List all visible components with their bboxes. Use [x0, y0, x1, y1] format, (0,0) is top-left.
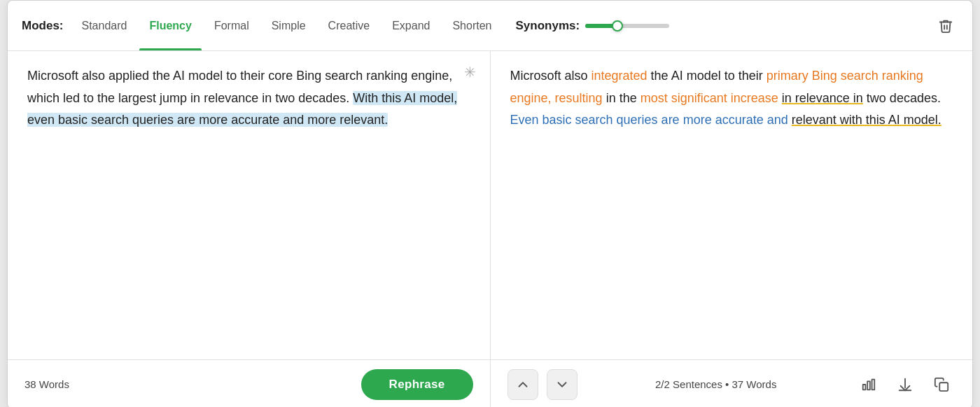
delete-button[interactable]: [933, 13, 958, 39]
content-area: ✳ Microsoft also applied the AI model to…: [8, 51, 972, 359]
copy-icon: [934, 377, 949, 392]
svg-rect-4: [939, 382, 948, 391]
chart-icon: [861, 377, 876, 392]
download-button[interactable]: [891, 371, 919, 399]
highlighted-sentence: With this AI model, even basic search qu…: [27, 91, 457, 127]
prev-sentence-button[interactable]: [507, 369, 538, 400]
mode-formal[interactable]: Formal: [204, 15, 259, 36]
sparkle-button[interactable]: ✳: [464, 64, 476, 81]
chevron-up-icon: [515, 377, 531, 392]
chevron-down-icon: [554, 377, 570, 392]
word-integrated: integrated: [592, 69, 648, 83]
copy-button[interactable]: [927, 371, 955, 399]
svg-rect-2: [872, 379, 875, 389]
left-text[interactable]: Microsoft also applied the AI model to t…: [27, 65, 470, 345]
word-resulting: resulting: [555, 91, 603, 105]
mode-fluency[interactable]: Fluency: [139, 15, 201, 36]
word-count: 38 Words: [24, 378, 69, 390]
stats-button[interactable]: [855, 371, 883, 399]
right-panel: Microsoft also integrated the AI model t…: [491, 51, 973, 359]
download-icon: [897, 377, 913, 392]
sentence-count: 2/2 Sentences • 37 Words: [586, 378, 847, 390]
app-container: Modes: Standard Fluency Formal Simple Cr…: [7, 0, 973, 407]
footer-area: 38 Words Rephrase 2/2 Sentences • 37 Wor…: [8, 359, 972, 407]
trash-icon: [938, 18, 953, 34]
modes-label: Modes:: [22, 19, 64, 33]
right-footer: 2/2 Sentences • 37 Words: [491, 360, 973, 407]
sentence-even-basic: Even basic search queries are more accur…: [510, 113, 788, 127]
mode-simple[interactable]: Simple: [262, 15, 316, 36]
slider-thumb[interactable]: [612, 20, 623, 32]
left-footer: 38 Words Rephrase: [8, 360, 491, 407]
word-most-significant: most significant increase: [640, 91, 778, 105]
rephrase-button[interactable]: Rephrase: [361, 369, 473, 400]
svg-rect-0: [863, 385, 866, 389]
mode-standard[interactable]: Standard: [72, 15, 137, 36]
synonyms-label: Synonyms:: [515, 19, 580, 33]
mode-expand[interactable]: Expand: [382, 15, 440, 36]
next-sentence-button[interactable]: [547, 369, 578, 400]
right-text: Microsoft also integrated the AI model t…: [510, 65, 953, 345]
word-in-relevance: in relevance in: [782, 91, 863, 105]
mode-shorten[interactable]: Shorten: [442, 15, 501, 36]
synonyms-section: Synonyms:: [515, 19, 669, 33]
word-relevant-with: relevant with this AI model.: [792, 113, 941, 127]
toolbar: Modes: Standard Fluency Formal Simple Cr…: [8, 1, 972, 51]
svg-rect-1: [867, 381, 870, 389]
mode-creative[interactable]: Creative: [318, 15, 380, 36]
synonyms-slider[interactable]: [585, 24, 669, 28]
left-panel: ✳ Microsoft also applied the AI model to…: [8, 51, 491, 359]
